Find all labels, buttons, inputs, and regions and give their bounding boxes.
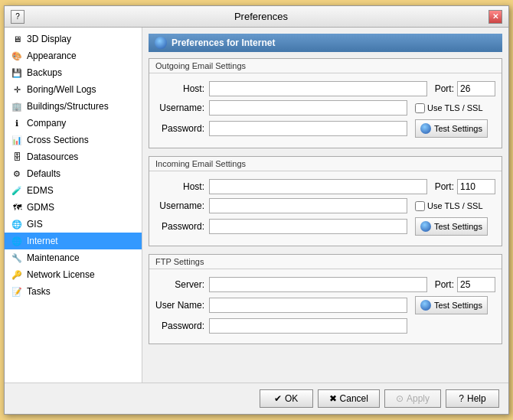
- sidebar-item-label: Network License: [27, 269, 95, 280]
- outgoing-section-content: Host: Port: Username:: [149, 78, 502, 148]
- outgoing-test-area: Test Settings: [415, 119, 495, 138]
- sidebar-item-label: Datasources: [27, 151, 78, 162]
- sidebar-item-label: GDMS: [27, 202, 54, 213]
- outgoing-port-area: Port:: [435, 81, 495, 96]
- incoming-tls-checkbox[interactable]: [415, 201, 425, 211]
- sidebar-item-defaults[interactable]: ⚙ Defaults: [5, 165, 142, 182]
- sidebar-item-company[interactable]: ℹ Company: [5, 115, 142, 132]
- outgoing-host-label: Host:: [155, 83, 209, 94]
- incoming-left-fields: Host: Port: Username:: [155, 179, 495, 239]
- sidebar-item-3d-display[interactable]: 🖥 3D Display: [5, 31, 142, 47]
- incoming-test-settings-button[interactable]: Test Settings: [415, 217, 488, 236]
- cancel-x-icon: ✖: [329, 393, 337, 404]
- company-icon: ℹ: [11, 117, 23, 129]
- ftp-test-area: Test Settings: [415, 296, 495, 314]
- incoming-test-icon: [420, 221, 431, 232]
- sidebar-item-label: GIS: [27, 219, 43, 230]
- panel-header-title: Preferences for Internet: [172, 37, 275, 48]
- apply-icon: ⊙: [396, 393, 404, 404]
- ftp-fields-wrapper: Server: Port: User Name:: [155, 277, 495, 337]
- sidebar-item-internet[interactable]: 🌐 Internet: [5, 233, 142, 249]
- outgoing-port-input[interactable]: [457, 81, 495, 96]
- sidebar-item-label: Appearance: [27, 50, 77, 61]
- sidebar-item-label: EDMS: [27, 185, 54, 196]
- outgoing-left-fields: Host: Port: Username:: [155, 81, 495, 142]
- outgoing-test-settings-button[interactable]: Test Settings: [415, 119, 488, 138]
- ftp-server-label: Server:: [155, 279, 209, 290]
- gdms-icon: 🗺: [11, 201, 23, 213]
- ftp-password-label: Password:: [155, 321, 209, 331]
- sidebar: 🖥 3D Display 🎨 Appearance 💾 Backups ✛ Bo…: [5, 28, 142, 383]
- outgoing-password-input[interactable]: [209, 121, 407, 136]
- ftp-username-input[interactable]: [209, 298, 407, 313]
- outgoing-password-row: Password: Test Settings: [155, 119, 495, 138]
- incoming-password-row: Password: Test Settings: [155, 217, 495, 236]
- panel-header: Preferences for Internet: [149, 34, 502, 52]
- sidebar-item-label: Buildings/Structures: [27, 101, 109, 112]
- sidebar-item-edms[interactable]: 🧪 EDMS: [5, 182, 142, 199]
- incoming-username-row: Username: Use TLS / SSL: [155, 198, 495, 213]
- ok-checkmark-icon: ✔: [274, 393, 282, 404]
- ftp-test-icon: [420, 300, 431, 311]
- help-title-button[interactable]: ?: [11, 10, 25, 24]
- panel-header-icon: [155, 37, 167, 49]
- incoming-test-area: Test Settings: [415, 217, 495, 236]
- sidebar-item-gis[interactable]: 🌐 GIS: [5, 216, 142, 233]
- internet-icon: 🌐: [11, 235, 23, 247]
- title-bar: ? Preferences ✕: [5, 6, 508, 28]
- ftp-server-input[interactable]: [209, 277, 427, 292]
- sidebar-item-datasources[interactable]: 🗄 Datasources: [5, 148, 142, 165]
- outgoing-tls-checkbox[interactable]: [415, 103, 425, 113]
- outgoing-host-input[interactable]: [209, 81, 427, 96]
- sidebar-item-tasks[interactable]: 📝 Tasks: [5, 283, 142, 300]
- ftp-password-row: Password:: [155, 318, 495, 334]
- sidebar-item-appearance[interactable]: 🎨 Appearance: [5, 47, 142, 64]
- sidebar-item-backups[interactable]: 💾 Backups: [5, 64, 142, 81]
- incoming-port-input[interactable]: [457, 179, 495, 194]
- content-area: 🖥 3D Display 🎨 Appearance 💾 Backups ✛ Bo…: [5, 28, 508, 383]
- sidebar-item-label: Cross Sections: [27, 135, 89, 145]
- help-button[interactable]: ? Help: [446, 389, 499, 408]
- incoming-host-input[interactable]: [209, 179, 427, 194]
- sidebar-item-boring-well-logs[interactable]: ✛ Boring/Well Logs: [5, 81, 142, 98]
- ftp-server-row: Server: Port:: [155, 277, 495, 292]
- sidebar-item-gdms[interactable]: 🗺 GDMS: [5, 199, 142, 216]
- backups-icon: 💾: [11, 67, 23, 79]
- outgoing-section-title: Outgoing Email Settings: [149, 59, 502, 73]
- sidebar-item-network-license[interactable]: 🔑 Network License: [5, 266, 142, 283]
- ftp-port-input[interactable]: [457, 277, 495, 292]
- incoming-password-input[interactable]: [209, 219, 407, 234]
- incoming-section-content: Host: Port: Username:: [149, 176, 502, 246]
- outgoing-fields-wrapper: Host: Port: Username:: [155, 81, 495, 142]
- close-button[interactable]: ✕: [488, 10, 502, 24]
- sidebar-item-maintenance[interactable]: 🔧 Maintenance: [5, 249, 142, 266]
- outgoing-username-input[interactable]: [209, 100, 407, 116]
- sidebar-item-label: Internet: [27, 236, 58, 246]
- cancel-button[interactable]: ✖ Cancel: [318, 389, 380, 408]
- incoming-tls-area: Use TLS / SSL: [415, 201, 495, 211]
- ftp-test-settings-button[interactable]: Test Settings: [415, 296, 488, 314]
- sidebar-item-cross-sections[interactable]: 📊 Cross Sections: [5, 132, 142, 148]
- outgoing-tls-label[interactable]: Use TLS / SSL: [415, 103, 483, 113]
- sidebar-item-label: Defaults: [27, 168, 60, 179]
- incoming-fields-wrapper: Host: Port: Username:: [155, 179, 495, 239]
- ftp-port-label: Port:: [435, 279, 454, 290]
- appearance-icon: 🎨: [11, 50, 23, 62]
- tasks-icon: 📝: [11, 285, 23, 298]
- outgoing-port-label: Port:: [435, 83, 454, 94]
- maintenance-icon: 🔧: [11, 252, 23, 264]
- datasources-icon: 🗄: [11, 151, 23, 163]
- defaults-icon: ⚙: [11, 168, 23, 180]
- sidebar-item-label: Maintenance: [27, 252, 80, 263]
- sidebar-item-label: 3D Display: [27, 34, 71, 44]
- cross-sections-icon: 📊: [11, 134, 23, 146]
- ftp-password-input[interactable]: [209, 318, 407, 334]
- sidebar-item-buildings[interactable]: 🏢 Buildings/Structures: [5, 98, 142, 115]
- 3d-display-icon: 🖥: [11, 33, 23, 45]
- ftp-username-label: User Name:: [155, 300, 209, 311]
- incoming-tls-label[interactable]: Use TLS / SSL: [415, 201, 483, 211]
- ok-button[interactable]: ✔ OK: [260, 389, 313, 408]
- incoming-username-input[interactable]: [209, 198, 407, 213]
- outgoing-username-label: Username:: [155, 103, 209, 113]
- apply-button[interactable]: ⊙ Apply: [384, 389, 441, 408]
